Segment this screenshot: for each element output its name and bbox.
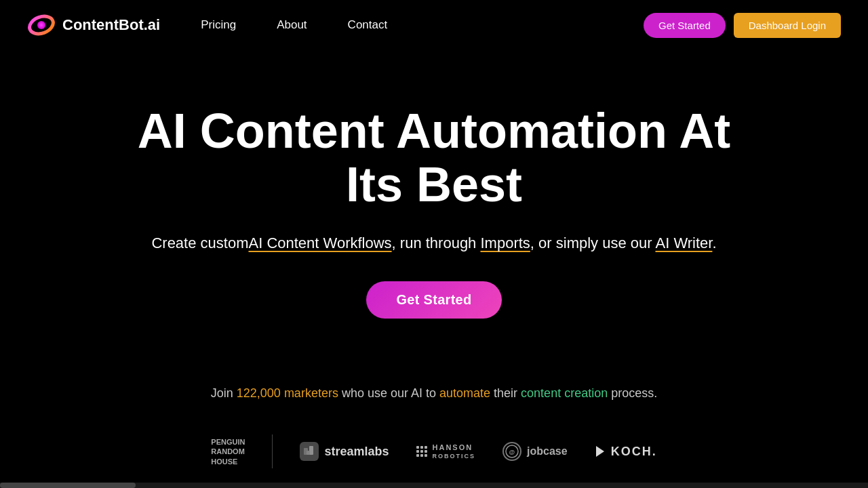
nav-item-pricing[interactable]: Pricing bbox=[201, 18, 236, 32]
nav-link-about[interactable]: About bbox=[277, 18, 307, 31]
social-proof-automate: automate bbox=[439, 386, 490, 400]
hero-link-workflows[interactable]: AI Content Workflows bbox=[248, 235, 391, 251]
jobcase-text: jobcase bbox=[527, 445, 568, 458]
koch-icon bbox=[595, 445, 608, 458]
logo-jobcase: @ jobcase bbox=[502, 442, 568, 461]
nav-dashboard-login-button[interactable]: Dashboard Login bbox=[734, 13, 841, 38]
nav-item-contact[interactable]: Contact bbox=[348, 18, 388, 32]
social-proof-content-creation: content creation bbox=[521, 386, 608, 400]
logo-icon bbox=[27, 11, 56, 39]
hero-subtitle-before: Create custom bbox=[151, 235, 248, 251]
social-proof-mid2: their bbox=[490, 386, 521, 400]
streamlabs-icon bbox=[300, 442, 319, 461]
hanson-grid-icon bbox=[416, 446, 427, 457]
logo-penguin: Penguin Random House bbox=[211, 437, 245, 466]
hero-link-imports[interactable]: Imports bbox=[480, 235, 530, 251]
navbar: ContentBot.ai Pricing About Contact Get … bbox=[0, 0, 868, 50]
partner-logos-section: Penguin Random House streamlabs HANSON R… bbox=[0, 421, 868, 488]
streamlabs-text: streamlabs bbox=[324, 445, 389, 459]
scrollbar[interactable] bbox=[0, 483, 868, 488]
hero-subtitle: Create customAI Content Workflows, run t… bbox=[151, 232, 716, 254]
hero-link-writer[interactable]: AI Writer bbox=[655, 235, 712, 251]
koch-text: KOCH. bbox=[611, 445, 657, 459]
hero-subtitle-mid1: , run through bbox=[392, 235, 481, 251]
nav-link-contact[interactable]: Contact bbox=[348, 18, 388, 31]
hero-get-started-button[interactable]: Get Started bbox=[366, 281, 501, 319]
social-proof-after: process. bbox=[608, 386, 657, 400]
logo-divider-1 bbox=[272, 434, 273, 468]
hero-title: AI Content Automation At Its Best bbox=[129, 104, 739, 211]
hanson-text: HANSON ROBOTICS bbox=[433, 443, 476, 460]
nav-get-started-button[interactable]: Get Started bbox=[644, 13, 726, 38]
logo-text: ContentBot.ai bbox=[62, 16, 160, 34]
penguin-logo-text: Penguin Random House bbox=[211, 437, 245, 466]
hero-section: AI Content Automation At Its Best Create… bbox=[0, 50, 868, 359]
svg-marker-7 bbox=[596, 446, 604, 457]
nav-item-about[interactable]: About bbox=[277, 18, 307, 32]
logo-koch: KOCH. bbox=[595, 445, 657, 459]
nav-buttons: Get Started Dashboard Login bbox=[644, 13, 841, 38]
svg-text:@: @ bbox=[509, 449, 515, 455]
logo-streamlabs: streamlabs bbox=[300, 442, 389, 461]
svg-point-1 bbox=[37, 21, 45, 29]
social-proof-section: Join 122,000 marketers who use our AI to… bbox=[0, 359, 868, 421]
svg-rect-4 bbox=[307, 451, 310, 455]
jobcase-icon: @ bbox=[502, 442, 521, 461]
logo-link[interactable]: ContentBot.ai bbox=[27, 11, 160, 39]
hero-subtitle-mid2: , or simply use our bbox=[530, 235, 656, 251]
social-proof-mid1: who use our AI to bbox=[338, 386, 439, 400]
social-proof-count: 122,000 marketers bbox=[237, 386, 338, 400]
hero-subtitle-after: . bbox=[712, 235, 716, 251]
nav-link-pricing[interactable]: Pricing bbox=[201, 18, 236, 31]
logo-hanson: HANSON ROBOTICS bbox=[416, 443, 476, 460]
social-proof-before: Join bbox=[211, 386, 237, 400]
nav-links: Pricing About Contact bbox=[201, 18, 387, 32]
nav-left: ContentBot.ai Pricing About Contact bbox=[27, 11, 387, 39]
scrollbar-thumb[interactable] bbox=[0, 483, 136, 488]
